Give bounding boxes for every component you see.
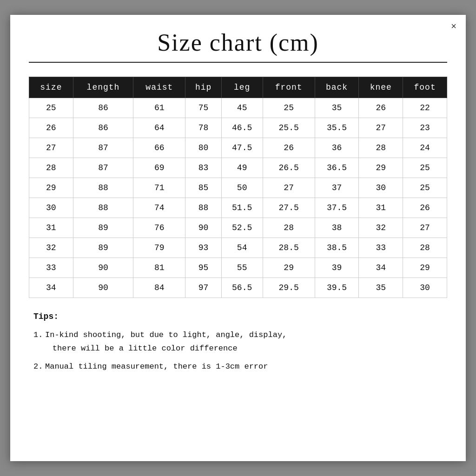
- table-cell: 30: [29, 198, 73, 218]
- table-cell: 31: [29, 218, 73, 238]
- tips-title: Tips:: [33, 312, 443, 321]
- table-header-waist: waist: [133, 77, 185, 98]
- table-cell: 38.5: [315, 238, 359, 258]
- table-cell: 25: [403, 158, 447, 178]
- table-header-row: sizelengthwaisthiplegfrontbackkneefoot: [29, 77, 447, 98]
- table-cell: 86: [73, 118, 133, 138]
- table-header-foot: foot: [403, 77, 447, 98]
- table-cell: 30: [403, 278, 447, 298]
- table-cell: 56.5: [221, 278, 263, 298]
- table-row: 258661754525352622: [29, 98, 447, 118]
- table-cell: 25.5: [263, 118, 315, 138]
- title-divider: [29, 62, 447, 63]
- table-cell: 90: [73, 278, 133, 298]
- table-cell: 95: [185, 258, 221, 278]
- table-cell: 36: [315, 138, 359, 158]
- table-cell: 27: [403, 218, 447, 238]
- table-cell: 54: [221, 238, 263, 258]
- table-cell: 39.5: [315, 278, 359, 298]
- table-row: 339081955529393429: [29, 258, 447, 278]
- table-cell: 79: [133, 238, 185, 258]
- table-cell: 37: [315, 178, 359, 198]
- table-row: 2787668047.526362824: [29, 138, 447, 158]
- table-cell: 24: [403, 138, 447, 158]
- size-chart-modal: × Size chart (cm) sizelengthwaisthiplegf…: [10, 15, 466, 461]
- table-cell: 28: [29, 158, 73, 178]
- table-cell: 35: [359, 278, 403, 298]
- table-header-length: length: [73, 77, 133, 98]
- table-cell: 88: [73, 178, 133, 198]
- table-cell: 26: [263, 138, 315, 158]
- table-cell: 90: [73, 258, 133, 278]
- table-cell: 32: [359, 218, 403, 238]
- table-cell: 89: [73, 238, 133, 258]
- size-chart-table: sizelengthwaisthiplegfrontbackkneefoot 2…: [29, 77, 447, 298]
- table-cell: 25: [29, 98, 73, 118]
- table-cell: 78: [185, 118, 221, 138]
- table-cell: 50: [221, 178, 263, 198]
- table-cell: 29: [29, 178, 73, 198]
- table-row: 3490849756.529.539.53530: [29, 278, 447, 298]
- table-cell: 76: [133, 218, 185, 238]
- table-cell: 26.5: [263, 158, 315, 178]
- table-cell: 37.5: [315, 198, 359, 218]
- table-cell: 26: [29, 118, 73, 138]
- table-cell: 49: [221, 158, 263, 178]
- table-header-size: size: [29, 77, 73, 98]
- table-cell: 85: [185, 178, 221, 198]
- table-cell: 28.5: [263, 238, 315, 258]
- table-cell: 28: [263, 218, 315, 238]
- table-cell: 71: [133, 178, 185, 198]
- table-cell: 93: [185, 238, 221, 258]
- table-cell: 74: [133, 198, 185, 218]
- table-header-hip: hip: [185, 77, 221, 98]
- table-cell: 29.5: [263, 278, 315, 298]
- table-cell: 28: [359, 138, 403, 158]
- table-cell: 26: [403, 198, 447, 218]
- table-cell: 27: [359, 118, 403, 138]
- table-cell: 45: [221, 98, 263, 118]
- table-row: 2686647846.525.535.52723: [29, 118, 447, 138]
- table-cell: 23: [403, 118, 447, 138]
- table-cell: 27: [263, 178, 315, 198]
- table-row: 288769834926.536.52925: [29, 158, 447, 178]
- table-cell: 28: [403, 238, 447, 258]
- modal-title: Size chart (cm): [29, 29, 447, 56]
- table-row: 3088748851.527.537.53126: [29, 198, 447, 218]
- table-cell: 34: [29, 278, 73, 298]
- table-header-leg: leg: [221, 77, 263, 98]
- table-cell: 35.5: [315, 118, 359, 138]
- tips-item-number: 2.: [33, 360, 45, 374]
- table-cell: 86: [73, 98, 133, 118]
- table-cell: 33: [359, 238, 403, 258]
- table-header-back: back: [315, 77, 359, 98]
- table-row: 328979935428.538.53328: [29, 238, 447, 258]
- table-header-knee: knee: [359, 77, 403, 98]
- table-cell: 33: [29, 258, 73, 278]
- tips-item-number: 1.: [33, 329, 45, 342]
- table-cell: 29: [263, 258, 315, 278]
- table-cell: 81: [133, 258, 185, 278]
- table-cell: 46.5: [221, 118, 263, 138]
- table-cell: 31: [359, 198, 403, 218]
- table-cell: 29: [359, 158, 403, 178]
- close-button[interactable]: ×: [451, 21, 456, 31]
- table-cell: 25: [403, 178, 447, 198]
- table-cell: 32: [29, 238, 73, 258]
- table-cell: 88: [73, 198, 133, 218]
- table-cell: 69: [133, 158, 185, 178]
- table-cell: 88: [185, 198, 221, 218]
- table-cell: 83: [185, 158, 221, 178]
- table-cell: 27.5: [263, 198, 315, 218]
- table-cell: 39: [315, 258, 359, 278]
- table-cell: 35: [315, 98, 359, 118]
- table-cell: 29: [403, 258, 447, 278]
- table-cell: 75: [185, 98, 221, 118]
- table-cell: 47.5: [221, 138, 263, 158]
- table-cell: 34: [359, 258, 403, 278]
- table-header-front: front: [263, 77, 315, 98]
- table-cell: 84: [133, 278, 185, 298]
- table-cell: 36.5: [315, 158, 359, 178]
- table-cell: 52.5: [221, 218, 263, 238]
- table-cell: 61: [133, 98, 185, 118]
